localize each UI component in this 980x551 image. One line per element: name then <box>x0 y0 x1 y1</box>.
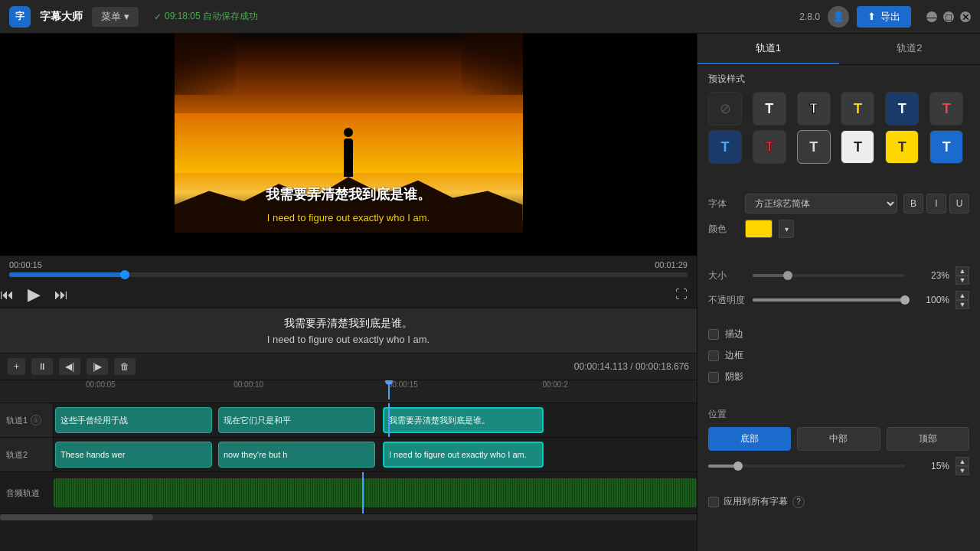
scrollbar-thumb[interactable] <box>0 514 153 520</box>
user-avatar[interactable]: 👤 <box>828 6 849 28</box>
merge-right-button[interactable]: |▶ <box>87 358 108 375</box>
position-slider[interactable] <box>708 465 905 468</box>
split-button[interactable]: ⏸ <box>31 358 53 375</box>
font-label: 字体 <box>708 197 739 210</box>
preset-outline[interactable]: T <box>797 130 831 164</box>
stroke-label: 描边 <box>725 328 743 341</box>
opacity-thumb[interactable] <box>900 295 910 305</box>
menu-button[interactable]: 菜单 ▾ <box>92 7 139 27</box>
apply-all-checkbox[interactable] <box>708 497 719 507</box>
size-slider[interactable] <box>753 274 905 277</box>
position-slider-row: 15% ▲ ▼ <box>708 457 969 475</box>
font-underline-button[interactable]: U <box>949 194 969 214</box>
preset-label: 预设样式 <box>708 73 969 86</box>
merge-left-button[interactable]: ◀| <box>59 358 80 375</box>
delete-button[interactable]: 🗑 <box>114 358 136 375</box>
clip-track1-2[interactable]: 我需要弄清楚我到底是谁。 <box>383 407 544 433</box>
window-controls: — □ ✕ <box>926 11 971 22</box>
opacity-up-button[interactable]: ▲ <box>956 291 969 300</box>
clip-track2-1[interactable]: now they're but h <box>218 442 375 468</box>
maximize-button[interactable]: □ <box>943 11 954 22</box>
pos-bottom-button[interactable]: 底部 <box>708 427 791 451</box>
color-swatch[interactable] <box>745 220 773 238</box>
progress-track[interactable] <box>9 272 688 277</box>
apply-all-row: 应用到所有字幕 ? <box>697 488 980 514</box>
size-thumb[interactable] <box>783 271 792 280</box>
preset-section: 预设样式 ⊘ T T T T T T T T T T T <box>697 65 980 179</box>
preset-white[interactable]: T <box>753 92 786 126</box>
clip-track1-0[interactable]: 这些手曾经用于战 <box>55 407 212 433</box>
titlebar: 字 字幕大师 菜单 ▾ ✓ 09:18:05 自动保存成功 2.8.0 👤 ⬆ … <box>0 0 980 34</box>
pos-middle-button[interactable]: 中部 <box>797 427 880 451</box>
playback-controls: ⏮ ▶ ⏭ ⛶ <box>0 280 697 308</box>
font-select[interactable]: 方正综艺简体 <box>745 194 897 214</box>
tab-track2[interactable]: 轨道2 <box>839 34 981 64</box>
help-icon[interactable]: ? <box>792 496 805 508</box>
fullscreen-button[interactable]: ⛶ <box>675 288 688 302</box>
progress-fill <box>9 272 125 277</box>
preset-blue2[interactable]: T <box>708 130 742 164</box>
cursor-audio <box>362 472 364 514</box>
app-logo: 字 <box>9 6 31 28</box>
preset-none[interactable]: ⊘ <box>708 92 742 126</box>
position-spinners: ▲ ▼ <box>956 457 969 475</box>
left-panel: 我需要弄清楚我到底是谁。 I need to figure out exactl… <box>0 34 697 551</box>
close-button[interactable]: ✕ <box>960 11 971 22</box>
size-row: 大小 23% ▲ ▼ <box>708 266 969 285</box>
subtitle-edit-zh[interactable]: 我需要弄清楚我到底是谁。 <box>284 317 413 331</box>
apply-all-label: 应用到所有字幕 <box>724 495 788 508</box>
track2-label: 轨道2 <box>0 438 54 471</box>
border-checkbox[interactable] <box>708 350 719 361</box>
preset-red2[interactable]: T <box>753 130 786 164</box>
progress-thumb[interactable] <box>120 270 129 279</box>
timeline: 00:00:05 00:00:10 00:00:15 00:00:2 轨道1 ① <box>0 380 697 551</box>
position-up-button[interactable]: ▲ <box>956 457 969 466</box>
preset-yellow-bg[interactable]: T <box>885 130 919 164</box>
size-down-button[interactable]: ▼ <box>956 276 969 285</box>
track1-content: 这些手曾经用于战 现在它们只是和平 我需要弄清楚我到底是谁。 <box>54 403 697 437</box>
video-right-pad <box>523 34 697 256</box>
clip-track1-1[interactable]: 现在它们只是和平 <box>218 407 375 433</box>
track1-row: 轨道1 ① 这些手曾经用于战 现在它们只是和平 我需要弄清楚我到底是谁。 <box>0 403 697 438</box>
position-down-button[interactable]: ▼ <box>956 466 969 475</box>
preset-yellow[interactable]: T <box>841 92 874 126</box>
shadow-row: 阴影 <box>708 366 969 387</box>
timeline-cursor[interactable] <box>388 380 390 399</box>
position-value: 15% <box>911 461 949 471</box>
pos-top-button[interactable]: 顶部 <box>887 427 969 451</box>
video-subtitle-en: I need to figure out exactly who I am. <box>175 212 523 223</box>
rewind-button[interactable]: ⏮ <box>0 287 14 303</box>
font-style-buttons: B I U <box>903 194 969 214</box>
clip-track2-0[interactable]: These hands wer <box>55 442 212 468</box>
time-labels: 00:00:15 00:01:29 <box>9 260 688 269</box>
shadow-checkbox[interactable] <box>708 372 719 383</box>
tab-track1[interactable]: 轨道1 <box>697 34 839 64</box>
size-up-button[interactable]: ▲ <box>956 266 969 276</box>
preset-white-bg[interactable]: T <box>841 130 874 164</box>
position-thumb[interactable] <box>733 461 743 471</box>
preset-blue-outline[interactable]: T <box>885 92 919 126</box>
divider-1 <box>697 182 980 183</box>
play-button[interactable]: ▶ <box>28 285 41 305</box>
font-bold-button[interactable]: B <box>903 194 923 214</box>
horizontal-scrollbar[interactable] <box>0 514 697 520</box>
fast-forward-button[interactable]: ⏭ <box>54 287 68 303</box>
opacity-slider[interactable] <box>753 298 905 302</box>
color-dropdown[interactable]: ▾ <box>779 220 794 238</box>
stroke-checkbox[interactable] <box>708 329 719 340</box>
preset-red[interactable]: T <box>929 92 963 126</box>
add-clip-button[interactable]: + <box>8 358 25 375</box>
timeline-time: 00:00:14.113 / 00:00:18.676 <box>574 361 689 372</box>
video-left-pad <box>0 34 175 256</box>
preset-blue-bg[interactable]: T <box>929 130 963 164</box>
position-section: 位置 底部 中部 顶部 15% ▲ ▼ <box>697 402 980 481</box>
opacity-down-button[interactable]: ▼ <box>956 300 969 309</box>
preset-stroke[interactable]: T <box>797 92 831 126</box>
subtitle-edit-en[interactable]: I need to figure out exactly who I am. <box>267 334 430 345</box>
font-italic-button[interactable]: I <box>926 194 946 214</box>
clip-track2-2[interactable]: I need to figure out exactly who I am. <box>383 442 544 468</box>
export-button[interactable]: ⬆ 导出 <box>857 6 911 28</box>
titlebar-right: 2.8.0 👤 ⬆ 导出 — □ ✕ <box>799 6 971 28</box>
minimize-button[interactable]: — <box>926 11 937 22</box>
waveform-visual <box>54 478 697 507</box>
